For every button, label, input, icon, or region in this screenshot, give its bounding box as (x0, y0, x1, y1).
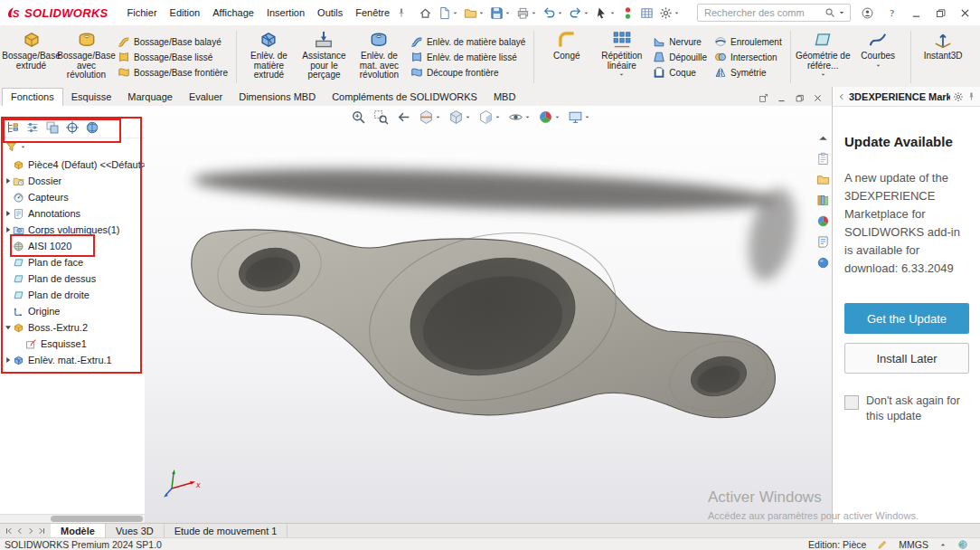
pin-menu-icon[interactable] (396, 7, 407, 18)
install-later-button[interactable]: Install Later (844, 343, 969, 374)
tree-item-plan-de-dessus[interactable]: Plan de dessus (0, 270, 145, 287)
tab-mbd[interactable]: MBD (485, 89, 523, 106)
chevron-right-icon[interactable] (4, 356, 13, 364)
display-style-button[interactable] (478, 109, 501, 125)
open-folder-button[interactable] (461, 5, 487, 22)
globe-icon[interactable] (957, 539, 968, 550)
window-pop-icon[interactable] (759, 93, 768, 103)
ribbon-button-geometrie-de-refere[interactable]: Géométrie de référe... (796, 26, 851, 88)
section-view-button[interactable] (419, 109, 441, 125)
ribbon-button-nervure[interactable]: Nervure (653, 35, 707, 48)
ribbon-button-conge[interactable]: Congé (539, 26, 594, 88)
menu-affichage[interactable]: Affichage (206, 4, 260, 22)
ribbon-button-enlev-de-mat-avec-revolution[interactable]: Enlèv. de mat. avec révolution (352, 26, 407, 88)
chevron-left-icon[interactable] (15, 526, 24, 536)
pin-icon[interactable] (966, 91, 976, 101)
ribbon-button-bossage-base-lisse[interactable]: Bossage/Base lissé (118, 51, 228, 63)
ribbon-button-enlev-de-matiere-extrude[interactable]: Enlèv. de matière extrudé (241, 26, 297, 88)
zoom-fit-button[interactable] (351, 109, 366, 125)
ribbon-button-assistance-pour-le-percage[interactable]: Assistance pour le perçage (297, 26, 352, 88)
tree-item-capteurs[interactable]: Capteurs (0, 189, 145, 205)
tab-complements-de-solidworks[interactable]: Compléments de SOLIDWORKS (324, 89, 485, 106)
ribbon-button-coque[interactable]: Coque (653, 66, 707, 79)
view-settings-button[interactable] (568, 109, 590, 125)
ribbon-button-enlev-de-matiere-balaye[interactable]: Enlèv. de matière balayé (410, 35, 525, 48)
tab-marquage[interactable]: Marquage (119, 89, 181, 106)
ribbon-button-intersection[interactable]: Intersection (714, 51, 782, 63)
configurationmanager-icon[interactable] (45, 120, 60, 135)
help-button[interactable]: ? (886, 7, 898, 19)
doc-tab-etude-de-mouvement-1[interactable]: Etude de mouvement 1 (165, 524, 288, 538)
part-3d-model[interactable] (145, 106, 832, 523)
tree-item-annotations[interactable]: Annotations (0, 205, 145, 222)
tree-item-aisi-1020[interactable]: AISI 1020 (0, 238, 145, 254)
home-button[interactable] (416, 5, 435, 22)
chevron-down-icon[interactable] (820, 71, 826, 78)
menu-edition[interactable]: Edition (164, 4, 207, 22)
minimize-icon[interactable] (777, 93, 787, 103)
ribbon-button-bossage-base-balaye[interactable]: Bossage/Base balayé (118, 35, 228, 48)
chevron-up-rail-button[interactable] (816, 131, 830, 145)
grid-table-button[interactable] (637, 5, 656, 22)
minimize-button[interactable] (910, 7, 922, 19)
ribbon-button-symetrie[interactable]: Symétrie (714, 66, 782, 79)
chevron-down-icon[interactable] (618, 71, 625, 78)
search-chevron-icon[interactable] (838, 9, 845, 16)
filter-chevron-icon[interactable] (20, 144, 26, 150)
ribbon-button-instant3d[interactable]: Instant3D (916, 26, 971, 88)
gear-icon[interactable] (953, 91, 964, 102)
blue-sphere-rail-button[interactable] (816, 256, 830, 270)
displaymanager-icon[interactable] (85, 120, 99, 135)
tree-item-corps-volumiques-1[interactable]: Corps volumiques(1) (0, 222, 145, 238)
filter-funnel-icon[interactable] (5, 141, 17, 153)
tree-item-origine[interactable]: Origine (0, 303, 145, 319)
gear-button[interactable] (656, 5, 683, 22)
ribbon-button-depouille[interactable]: Dépouille (653, 51, 707, 63)
tree-horizontal-scrollbar[interactable] (0, 514, 145, 523)
ribbon-button-courbes[interactable]: Courbes (851, 26, 906, 88)
redo-button[interactable] (566, 5, 592, 22)
tab-evaluer[interactable]: Evaluer (181, 89, 231, 106)
tree-item-boss-extru-2[interactable]: Boss.-Extru.2 (0, 319, 145, 336)
search-icon[interactable] (825, 7, 835, 18)
chevron-down-icon[interactable] (875, 62, 881, 69)
menu-fenetre[interactable]: Fenêtre (349, 4, 396, 22)
propertymanager-icon[interactable] (25, 120, 40, 135)
chevron-right-icon[interactable] (4, 226, 13, 233)
appearance-ball-rail-button[interactable] (816, 214, 830, 228)
chevron-right-icon[interactable] (4, 177, 13, 185)
new-doc-button[interactable] (435, 5, 461, 22)
tree-root[interactable]: Pièce4 (Défaut) <<Défaut>_ (0, 156, 145, 173)
cursor-button[interactable] (592, 5, 618, 22)
close-icon[interactable] (813, 93, 823, 103)
menu-insertion[interactable]: Insertion (260, 4, 311, 22)
ribbon-button-decoupe-frontiere[interactable]: Découpe frontière (410, 66, 525, 79)
undo-button[interactable] (540, 5, 566, 22)
menu-fichier[interactable]: Fichier (121, 4, 164, 22)
doc-tab-modele[interactable]: Modèle (51, 524, 106, 538)
tab-esquisse[interactable]: Esquisse (63, 89, 120, 106)
eye-button[interactable] (508, 109, 531, 125)
back-icon[interactable] (837, 92, 846, 101)
units-label[interactable]: MMGS (899, 539, 928, 550)
ribbon-button-repetition-lineaire[interactable]: Répétition linéaire (594, 26, 649, 88)
graphics-viewport[interactable]: x (145, 106, 832, 523)
ribbon-button-bossage-base-avec-revolution[interactable]: Bossage/Base avec révolution (59, 26, 114, 88)
tree-item-enlev-mat-extru-1[interactable]: Enlèv. mat.-Extru.1 (0, 352, 145, 368)
traffic-light-button[interactable] (618, 5, 637, 22)
view-cube-button[interactable] (448, 109, 471, 125)
chevron-right-icon[interactable] (4, 210, 13, 217)
units-chevron-icon[interactable] (939, 541, 947, 548)
scrollbar-thumb[interactable] (51, 516, 143, 522)
zoom-area-button[interactable] (373, 109, 389, 125)
chevron-right-icon[interactable] (26, 526, 35, 536)
menu-outils[interactable]: Outils (311, 4, 349, 22)
dont-ask-checkbox[interactable] (844, 395, 859, 410)
ribbon-button-enroulement[interactable]: Enroulement (714, 35, 782, 48)
user-button[interactable] (862, 7, 873, 19)
save-button[interactable] (487, 5, 514, 22)
tab-fonctions[interactable]: Fonctions (2, 88, 63, 107)
restore-button[interactable] (935, 7, 947, 19)
tree-item-plan-de-droite[interactable]: Plan de droite (0, 287, 145, 303)
tree-item-plan-de-face[interactable]: Plan de face (0, 254, 145, 270)
